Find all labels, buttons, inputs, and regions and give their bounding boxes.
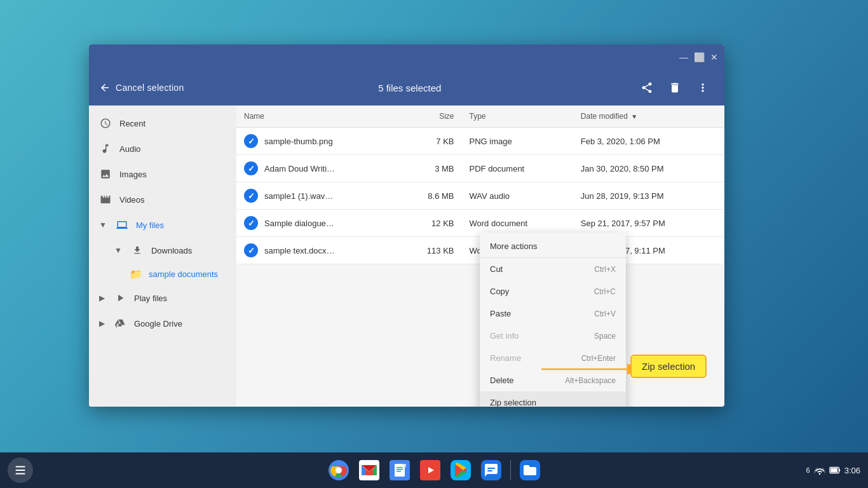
laptop-icon xyxy=(116,219,128,231)
svg-rect-16 xyxy=(487,470,492,471)
more-actions-button[interactable] xyxy=(691,76,714,99)
context-menu-cut[interactable]: Cut Ctrl+X xyxy=(480,258,626,280)
titlebar: — ⬜ ✕ xyxy=(89,44,724,70)
taskbar-files[interactable] xyxy=(516,456,544,484)
download-icon xyxy=(131,244,144,257)
svg-rect-8 xyxy=(397,467,403,468)
downloads-section: ▼ Downloads 📁 sample documents xyxy=(89,238,236,285)
context-menu-copy[interactable]: Copy Ctrl+C xyxy=(480,280,626,302)
sidebar-item-play-files[interactable]: ▶ Play files xyxy=(89,285,236,311)
type-column-header: Type xyxy=(462,105,573,128)
chevron-right-icon-drive: ▶ xyxy=(99,319,105,328)
docs-icon xyxy=(390,460,410,480)
sidebar-item-audio[interactable]: Audio xyxy=(89,136,236,161)
back-arrow-icon xyxy=(99,82,111,93)
taskbar-left xyxy=(8,458,33,483)
close-button[interactable]: ✕ xyxy=(709,52,719,62)
taskbar-youtube[interactable] xyxy=(416,456,444,484)
clock-icon xyxy=(99,117,112,130)
size-column-header: Size xyxy=(397,105,461,128)
gmail-icon xyxy=(359,460,379,480)
video-icon xyxy=(99,193,112,206)
file-manager-window: — ⬜ ✕ Cancel selection 5 files selected xyxy=(89,44,724,407)
desktop: — ⬜ ✕ Cancel selection 5 files selected xyxy=(0,0,868,488)
svg-point-4 xyxy=(336,467,342,473)
launcher-icon xyxy=(13,463,27,477)
taskbar-icons xyxy=(325,456,544,484)
taskbar-play-store[interactable] xyxy=(447,456,475,484)
sort-arrow-icon: ▼ xyxy=(631,113,637,120)
more-vert-icon xyxy=(696,81,709,94)
sample-documents-section: 📁 sample documents xyxy=(107,263,236,285)
header-actions xyxy=(635,76,714,99)
svg-rect-10 xyxy=(397,471,401,472)
battery-level: 6 xyxy=(806,466,810,474)
sidebar: Recent Audio Images xyxy=(89,105,236,407)
taskbar-gmail[interactable] xyxy=(355,456,383,484)
share-button[interactable] xyxy=(635,76,658,99)
cancel-selection-button[interactable]: Cancel selection xyxy=(99,82,184,93)
image-icon xyxy=(99,168,112,180)
maximize-button[interactable]: ⬜ xyxy=(694,52,704,62)
svg-rect-20 xyxy=(831,468,837,472)
context-menu-header: More actions xyxy=(480,235,626,258)
titlebar-controls: — ⬜ ✕ xyxy=(679,52,719,62)
table-row[interactable]: sample-thumb.png 7 KB PNG image Feb 3, 2… xyxy=(236,128,724,155)
row-checkbox-3[interactable] xyxy=(244,216,258,230)
sidebar-item-downloads[interactable]: ▼ Downloads xyxy=(107,238,236,263)
row-checkbox-0[interactable] xyxy=(244,134,258,148)
name-column-header: Name xyxy=(236,105,397,128)
chevron-down-icon-downloads: ▼ xyxy=(114,246,122,255)
drive-icon xyxy=(114,317,126,330)
play-icon xyxy=(114,292,126,304)
svg-rect-19 xyxy=(839,469,840,471)
share-icon xyxy=(641,81,653,94)
delete-icon xyxy=(668,81,681,94)
app-header: Cancel selection 5 files selected xyxy=(89,70,724,105)
battery-icon xyxy=(829,464,841,476)
svg-rect-15 xyxy=(487,468,495,469)
launcher-button[interactable] xyxy=(8,458,33,483)
taskbar-docs[interactable] xyxy=(386,456,414,484)
chrome-icon xyxy=(329,460,349,480)
date-column-header[interactable]: Date modified ▼ xyxy=(573,105,724,128)
row-checkbox-1[interactable] xyxy=(244,161,258,175)
sidebar-item-videos[interactable]: Videos xyxy=(89,187,236,212)
selection-count: 5 files selected xyxy=(192,83,628,93)
svg-rect-9 xyxy=(397,469,403,470)
row-checkbox-4[interactable] xyxy=(244,243,258,257)
sidebar-item-images[interactable]: Images xyxy=(89,161,236,187)
content-area: Recent Audio Images xyxy=(89,105,724,407)
messages-icon xyxy=(481,460,501,480)
sidebar-item-google-drive[interactable]: ▶ Google Drive xyxy=(89,311,236,336)
table-header: Name Size Type Date modified ▼ xyxy=(236,105,724,128)
delete-button[interactable] xyxy=(663,76,686,99)
zip-selection-callout: Zip selection xyxy=(630,355,707,378)
row-checkbox-2[interactable] xyxy=(244,189,258,203)
taskbar-messages[interactable] xyxy=(477,456,505,484)
table-row[interactable]: Adam Doud Writi… 3 MB PDF document Jan 3… xyxy=(236,155,724,182)
taskbar-divider xyxy=(510,460,511,480)
play-store-icon xyxy=(451,460,471,480)
files-icon xyxy=(520,460,540,480)
chevron-down-icon: ▼ xyxy=(99,220,107,229)
chevron-right-icon-play: ▶ xyxy=(99,294,105,302)
svg-rect-7 xyxy=(395,464,405,477)
sidebar-item-my-files[interactable]: ▼ My files xyxy=(89,212,236,238)
music-icon xyxy=(99,142,112,155)
table-row[interactable]: sample1 (1).wav… 8.6 MB WAV audio Jun 28… xyxy=(236,182,724,210)
taskbar: 6 3:06 xyxy=(0,452,868,488)
system-time: 3:06 xyxy=(844,466,860,475)
wifi-icon xyxy=(814,464,825,476)
context-menu-get-info: Get info Space xyxy=(480,325,626,347)
taskbar-system: 6 3:06 xyxy=(806,464,860,476)
context-menu-paste[interactable]: Paste Ctrl+V xyxy=(480,302,626,325)
youtube-icon xyxy=(420,460,440,480)
minimize-button[interactable]: — xyxy=(679,52,689,62)
taskbar-chrome[interactable] xyxy=(325,456,353,484)
file-area: Name Size Type Date modified ▼ xyxy=(236,105,724,407)
sidebar-item-recent[interactable]: Recent xyxy=(89,111,236,136)
folder-blue-icon: 📁 xyxy=(130,268,142,280)
sidebar-item-sample-documents[interactable]: 📁 sample documents xyxy=(130,263,236,285)
context-menu-zip-selection[interactable]: Zip selection xyxy=(480,391,626,407)
